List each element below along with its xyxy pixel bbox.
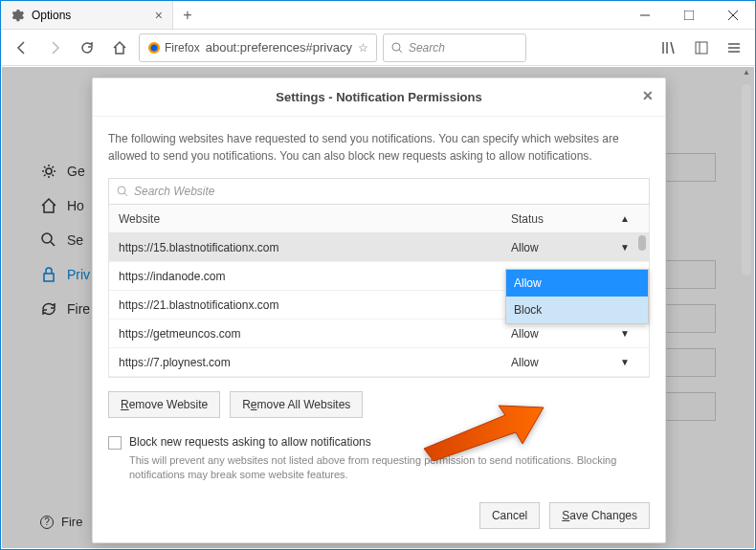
- window-titlebar: Options × +: [1, 1, 755, 30]
- library-icon[interactable]: [656, 34, 682, 61]
- status-dropdown-menu: Allow Block: [505, 269, 649, 324]
- column-status[interactable]: Status▲: [505, 212, 649, 226]
- home-button[interactable]: [106, 34, 133, 61]
- svg-point-6: [392, 43, 400, 51]
- checkbox-label: Block new requests asking to allow notif…: [129, 435, 371, 449]
- website-cell: https://21.blastnotificationx.com: [109, 298, 505, 312]
- table-body: https://15.blastnotificationx.com Allow▼…: [109, 233, 649, 377]
- site-identity: Firefox: [147, 41, 200, 55]
- browser-window: Options × + Firefox about:preferences#pr…: [0, 0, 756, 550]
- menu-icon[interactable]: [721, 34, 747, 61]
- new-tab-button[interactable]: +: [173, 1, 202, 29]
- url-text: about:preferences#privacy: [206, 40, 352, 55]
- table-actions: Remove Website Remove All Websites: [108, 391, 650, 418]
- sidebar-icon[interactable]: [688, 34, 715, 61]
- table-row[interactable]: https://getmeuncos.com Allow▼: [109, 319, 649, 348]
- dropdown-caret-icon: ▼: [620, 328, 630, 339]
- tab-title: Options: [32, 9, 71, 22]
- svg-point-17: [118, 187, 125, 194]
- dialog-title: Settings - Notification Permissions: [276, 90, 481, 104]
- search-icon: [391, 42, 403, 54]
- status-dropdown[interactable]: Allow▼: [505, 356, 649, 369]
- column-website[interactable]: Website: [109, 212, 505, 226]
- minimize-button[interactable]: [623, 1, 667, 29]
- gear-icon: [11, 9, 24, 22]
- reload-button[interactable]: [74, 34, 100, 61]
- back-button[interactable]: [9, 34, 35, 61]
- search-website-input[interactable]: Search Website: [108, 178, 650, 205]
- cancel-button[interactable]: Cancel: [479, 502, 540, 529]
- table-row[interactable]: https://7.ploynest.com Allow▼: [109, 348, 649, 377]
- svg-point-5: [151, 44, 158, 51]
- remove-all-websites-button[interactable]: Remove All Websites: [230, 391, 363, 418]
- dialog-footer: Cancel Save Changes: [93, 491, 665, 542]
- save-changes-button[interactable]: Save Changes: [549, 502, 650, 529]
- window-scrollbar[interactable]: ▲: [740, 68, 753, 547]
- status-dropdown[interactable]: Allow▼ Allow Block: [505, 241, 649, 254]
- window-controls: [623, 1, 755, 29]
- scrollbar-thumb[interactable]: [742, 84, 751, 275]
- dialog-description: The following websites have requested to…: [108, 130, 650, 165]
- checkbox-description: This will prevent any websites not liste…: [129, 453, 650, 483]
- forward-button[interactable]: [41, 34, 68, 61]
- bookmark-star-icon[interactable]: ☆: [358, 41, 368, 55]
- close-dialog-button[interactable]: ✕: [642, 88, 654, 103]
- browser-tab[interactable]: Options ×: [1, 1, 173, 29]
- close-tab-icon[interactable]: ×: [155, 8, 163, 23]
- close-window-button[interactable]: [711, 1, 755, 29]
- identity-label: Firefox: [165, 41, 200, 55]
- svg-line-18: [124, 193, 127, 196]
- svg-line-7: [399, 50, 402, 53]
- block-new-requests-row: Block new requests asking to allow notif…: [108, 435, 650, 450]
- block-requests-checkbox[interactable]: [108, 436, 122, 450]
- dropdown-option-allow[interactable]: Allow: [506, 270, 648, 297]
- notification-permissions-dialog: Settings - Notification Permissions ✕ Th…: [92, 77, 666, 543]
- scrollbar-thumb[interactable]: [638, 235, 646, 251]
- search-bar[interactable]: Search: [383, 33, 526, 62]
- search-placeholder: Search Website: [134, 185, 215, 198]
- remove-website-button[interactable]: Remove Website: [108, 391, 220, 418]
- maximize-button[interactable]: [667, 1, 711, 29]
- search-placeholder: Search: [409, 41, 445, 55]
- search-icon: [117, 186, 128, 197]
- annotation-arrow: [414, 396, 548, 463]
- table-header: Website Status▲: [109, 205, 649, 233]
- dialog-header: Settings - Notification Permissions ✕: [93, 78, 665, 117]
- svg-rect-1: [684, 11, 694, 20]
- dropdown-caret-icon: ▼: [620, 357, 630, 367]
- browser-toolbar: Firefox about:preferences#privacy ☆ Sear…: [1, 30, 755, 66]
- website-cell: https://7.ploynest.com: [109, 356, 505, 369]
- dropdown-caret-icon: ▼: [620, 242, 630, 253]
- firefox-logo-icon: [147, 41, 161, 55]
- website-cell: https://getmeuncos.com: [109, 327, 505, 341]
- permissions-table: Website Status▲ https://15.blastnotifica…: [108, 205, 650, 378]
- svg-rect-8: [696, 42, 707, 54]
- table-row[interactable]: https://15.blastnotificationx.com Allow▼…: [109, 233, 649, 262]
- address-bar[interactable]: Firefox about:preferences#privacy ☆: [139, 33, 377, 62]
- website-cell: https://15.blastnotificationx.com: [109, 241, 505, 254]
- status-dropdown[interactable]: Allow▼: [505, 327, 649, 341]
- sort-caret-icon: ▲: [620, 213, 630, 224]
- dialog-body: The following websites have requested to…: [93, 117, 665, 491]
- website-cell: https://indanode.com: [109, 270, 505, 283]
- dropdown-option-block[interactable]: Block: [506, 297, 648, 323]
